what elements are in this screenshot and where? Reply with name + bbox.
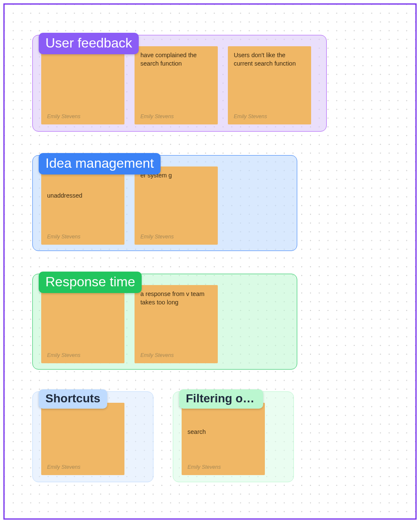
note-author: Emily Stevens: [234, 113, 305, 120]
group-title-filtering[interactable]: Filtering op...: [179, 389, 263, 409]
sticky-note[interactable]: have complained the search function Emil…: [135, 46, 218, 124]
notes-row: unaddressed Emily Stevens er system g Em…: [41, 166, 288, 245]
note-author: Emily Stevens: [188, 464, 259, 471]
group-idea-management[interactable]: Idea management unaddressed Emily Steven…: [32, 155, 297, 251]
note-author: Emily Stevens: [140, 233, 212, 240]
group-response-time[interactable]: Response time Emily Stevens a response f…: [32, 274, 297, 370]
notes-row: Emily Stevens a response from v team tak…: [41, 285, 288, 363]
note-author: Emily Stevens: [47, 113, 119, 120]
sticky-note[interactable]: unaddressed Emily Stevens: [41, 166, 124, 245]
sticky-note[interactable]: Emily Stevens: [41, 46, 124, 124]
note-author: Emily Stevens: [47, 233, 119, 240]
group-title-response-time[interactable]: Response time: [39, 272, 142, 293]
sticky-note[interactable]: er system g Emily Stevens: [135, 166, 218, 245]
note-author: Emily Stevens: [140, 113, 212, 120]
group-title-user-feedback[interactable]: User feedback: [39, 33, 139, 54]
note-author: Emily Stevens: [140, 352, 212, 359]
sticky-note[interactable]: Emily Stevens: [41, 403, 124, 475]
note-text: unaddressed: [47, 172, 119, 200]
group-user-feedback[interactable]: User feedback Emily Stevens have complai…: [32, 35, 327, 132]
notes-row: search Emily Stevens: [182, 403, 285, 475]
group-filtering[interactable]: Filtering op... search Emily Stevens: [173, 391, 294, 482]
affinity-canvas[interactable]: User feedback Emily Stevens have complai…: [3, 3, 417, 520]
notes-row: Emily Stevens have complained the search…: [41, 46, 318, 124]
group-title-idea-management[interactable]: Idea management: [39, 153, 161, 174]
note-text: search: [188, 408, 259, 436]
note-text: a response from v team takes too long: [140, 290, 212, 306]
group-shortcuts[interactable]: Shortcuts Emily Stevens: [32, 391, 153, 482]
note-author: Emily Stevens: [47, 352, 119, 359]
group-title-shortcuts[interactable]: Shortcuts: [39, 389, 107, 409]
sticky-note[interactable]: a response from v team takes too long Em…: [135, 285, 218, 363]
note-text: have complained the search function: [140, 51, 212, 68]
sticky-note[interactable]: Emily Stevens: [41, 285, 124, 363]
note-author: Emily Stevens: [47, 464, 119, 471]
sticky-note[interactable]: search Emily Stevens: [182, 403, 265, 475]
sticky-note[interactable]: Users don't like the current search func…: [228, 46, 311, 124]
note-text: Users don't like the current search func…: [234, 51, 305, 68]
notes-row: Emily Stevens: [41, 403, 145, 475]
